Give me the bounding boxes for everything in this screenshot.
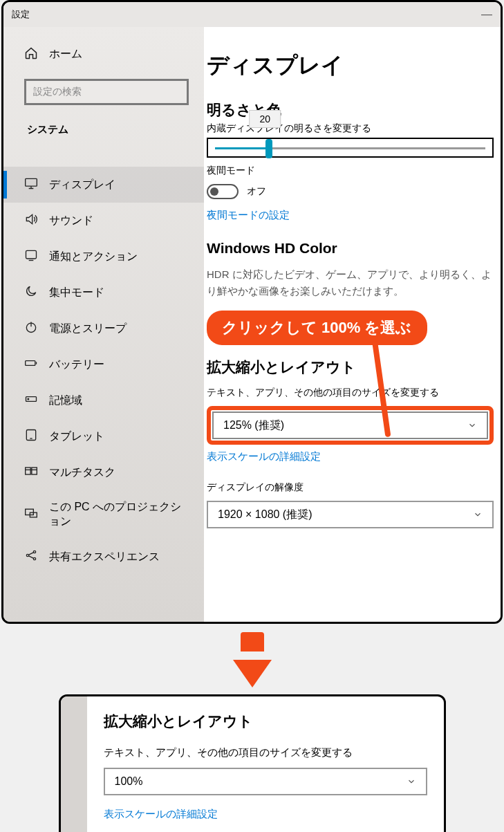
svg-rect-3: [26, 361, 35, 366]
svg-rect-8: [32, 468, 37, 474]
share-icon: [24, 548, 38, 565]
category-label: システム: [24, 123, 189, 136]
svg-rect-1: [26, 250, 37, 259]
resolution-value: 1920 × 1080 (推奨): [218, 508, 312, 522]
scale-value: 125% (推奨): [223, 418, 284, 433]
sidebar-item-label: ディスプレイ: [49, 178, 115, 192]
search-input[interactable]: 設定の検索: [24, 79, 189, 105]
sidebar-item-label: 通知とアクション: [49, 250, 138, 264]
night-mode-toggle[interactable]: [207, 184, 239, 199]
chevron-down-icon: [407, 777, 416, 786]
sidebar: ホーム 設定の検索 システム ディスプレイ サウンド 通知とアクシ: [3, 27, 204, 622]
brightness-value: 20: [249, 110, 281, 128]
home-link[interactable]: ホーム: [24, 46, 189, 62]
result-scale-select[interactable]: 100%: [104, 768, 427, 795]
window-controls: —: [481, 8, 492, 21]
sidebar-item-display[interactable]: ディスプレイ: [3, 167, 204, 203]
brightness-slider[interactable]: 20: [207, 138, 494, 158]
svg-point-13: [33, 557, 35, 560]
svg-point-5: [28, 398, 29, 400]
night-mode-state: オフ: [247, 185, 266, 198]
scale-label: テキスト、アプリ、その他の項目のサイズを変更する: [207, 387, 494, 399]
svg-rect-0: [26, 178, 37, 186]
sidebar-item-label: マルチタスク: [49, 465, 115, 480]
content-area: ディスプレイ 明るさと色 内蔵ディスプレイの明るさを変更する 20 夜間モード: [204, 27, 501, 622]
arrow-annotation: [0, 632, 504, 687]
window-title: 設定: [12, 8, 30, 21]
result-scale-link[interactable]: 表示スケールの詳細設定: [104, 808, 218, 821]
sidebar-item-sound[interactable]: サウンド: [3, 203, 204, 239]
result-section: 拡大縮小とレイアウト: [104, 712, 427, 731]
sidebar-item-label: 集中モード: [49, 286, 104, 300]
sidebar-item-label: 電源とスリープ: [49, 322, 127, 336]
sidebar-item-focus[interactable]: 集中モード: [3, 275, 204, 311]
svg-point-12: [33, 551, 35, 553]
resolution-label: ディスプレイの解像度: [207, 481, 494, 494]
brightness-label: 内蔵ディスプレイの明るさを変更する: [207, 122, 371, 135]
hdr-description: HDR に対応したビデオ、ゲーム、アプリで、より明るく、より鮮やかな画像をお楽し…: [207, 266, 494, 299]
scale-select[interactable]: 125% (推奨): [212, 412, 488, 439]
result-scale-label: テキスト、アプリ、その他の項目のサイズを変更する: [104, 746, 427, 759]
night-mode-settings-link[interactable]: 夜間モードの設定: [207, 209, 494, 222]
home-icon: [24, 46, 38, 62]
callout-text: クリックして 100% を選ぶ: [222, 319, 412, 336]
sidebar-item-shared[interactable]: 共有エクスペリエンス: [3, 539, 204, 575]
sound-icon: [24, 212, 38, 229]
sidebar-item-battery[interactable]: バッテリー: [3, 346, 204, 382]
night-mode-label: 夜間モード: [207, 165, 494, 177]
scale-advanced-link[interactable]: 表示スケールの詳細設定: [207, 450, 494, 463]
chevron-down-icon: [473, 510, 483, 519]
sidebar-item-notifications[interactable]: 通知とアクション: [3, 239, 204, 275]
svg-rect-7: [26, 468, 31, 474]
sidebar-item-multitask[interactable]: マルチタスク: [3, 454, 204, 490]
multitask-icon: [24, 464, 38, 481]
result-sidebar-sliver: [61, 696, 87, 832]
moon-icon: [24, 284, 38, 301]
result-scale-value: 100%: [115, 775, 143, 788]
storage-icon: [24, 392, 38, 409]
sidebar-item-label: 共有エクスペリエンス: [49, 550, 160, 564]
titlebar: 設定 —: [3, 2, 501, 27]
sidebar-item-power[interactable]: 電源とスリープ: [3, 311, 204, 346]
search-placeholder: 設定の検索: [33, 86, 82, 98]
settings-window: 設定 — ホーム 設定の検索 システム ディス: [1, 0, 503, 624]
chevron-down-icon: [467, 420, 477, 430]
monitor-icon: [24, 176, 38, 193]
svg-rect-9: [26, 509, 34, 515]
section-hdr: Windows HD Color: [207, 240, 494, 257]
battery-icon: [24, 356, 38, 373]
sidebar-item-projection[interactable]: この PC へのプロジェクション: [3, 490, 204, 539]
annotation-callout: クリックして 100% を選ぶ: [207, 311, 427, 345]
section-scale: 拡大縮小とレイアウト: [207, 358, 494, 377]
sidebar-nav: ディスプレイ サウンド 通知とアクション 集中モード 電源とスリープ: [3, 167, 204, 575]
sidebar-item-label: この PC へのプロジェクション: [49, 500, 189, 529]
scale-select-highlight: 125% (推奨): [207, 406, 494, 445]
resolution-select[interactable]: 1920 × 1080 (推奨): [207, 501, 494, 528]
project-icon: [24, 506, 38, 523]
sidebar-item-label: バッテリー: [49, 358, 104, 372]
sidebar-item-tablet[interactable]: タブレット: [3, 418, 204, 454]
minimize-icon[interactable]: —: [481, 8, 492, 21]
page-title: ディスプレイ: [207, 50, 494, 81]
sidebar-item-label: 記憶域: [49, 394, 82, 408]
sidebar-item-storage[interactable]: 記憶域: [3, 382, 204, 418]
sidebar-item-label: タブレット: [49, 429, 104, 444]
svg-point-11: [26, 554, 28, 556]
notify-icon: [24, 248, 38, 265]
power-icon: [24, 320, 38, 337]
result-panel: 拡大縮小とレイアウト テキスト、アプリ、その他の項目のサイズを変更する 100%…: [59, 694, 446, 832]
tablet-icon: [24, 428, 38, 445]
sidebar-item-label: サウンド: [49, 214, 93, 228]
home-label: ホーム: [49, 47, 82, 62]
